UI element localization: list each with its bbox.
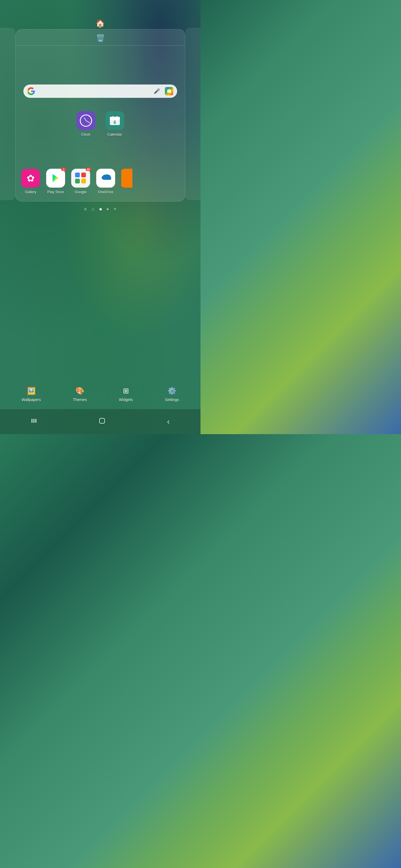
svg-rect-5 (112, 116, 113, 118)
app-item-calendar[interactable]: 6 Calendar (106, 111, 124, 136)
app-item-onedrive[interactable]: OneDrive (96, 169, 115, 194)
page-indicators: ≡ ⌂ + (84, 206, 116, 212)
recent-apps-icon (31, 418, 37, 424)
settings-icon: ⚙️ (167, 386, 176, 395)
home-button[interactable] (99, 417, 106, 426)
clock-icon[interactable] (77, 111, 95, 130)
menu-item-themes[interactable]: 🎨 Themes (73, 386, 87, 402)
onedrive-icon[interactable] (96, 169, 115, 188)
page-dot-inactive (107, 208, 109, 210)
svg-rect-11 (99, 418, 105, 423)
onedrive-label: OneDrive (98, 190, 113, 194)
trash-icon[interactable]: 🗑️ (96, 34, 105, 42)
flower-icon: ✿ (27, 173, 34, 184)
wallpapers-icon: 🖼️ (27, 386, 36, 395)
bottom-menu: 🖼️ Wallpapers 🎨 Themes ⊞ Widgets ⚙️ Sett… (0, 382, 200, 406)
google-cell-red (81, 173, 86, 177)
home-nav-icon (99, 417, 106, 424)
google-cell-green (75, 179, 80, 183)
lines-indicator-icon: ≡ (84, 207, 86, 212)
app-item-mystery[interactable] (121, 169, 132, 194)
nav-bar: ‹ (0, 409, 200, 434)
svg-rect-9 (33, 419, 34, 423)
home-icon-top: 🏠 (95, 19, 105, 28)
calendar-svg: 6 (109, 115, 121, 127)
svg-text:6: 6 (113, 120, 116, 125)
svg-rect-10 (35, 419, 36, 423)
gallery-label: Gallery (25, 190, 36, 194)
google-cell-blue (75, 173, 80, 177)
wallpapers-label: Wallpapers (21, 398, 41, 402)
camera-lens-icon[interactable] (165, 87, 173, 95)
menu-item-wallpapers[interactable]: 🖼️ Wallpapers (21, 386, 41, 402)
microphone-icon[interactable]: 🎤 (154, 88, 160, 94)
trash-area[interactable]: 🗑️ (16, 29, 185, 45)
clock-label: Clock (81, 132, 90, 136)
menu-item-settings[interactable]: ⚙️ Settings (165, 386, 179, 402)
playstore-label: Play Store (47, 190, 64, 194)
themes-icon: 🎨 (75, 386, 84, 395)
menu-item-widgets[interactable]: ⊞ Widgets (119, 386, 133, 402)
google-badge: 62 (86, 167, 91, 171)
google-grid (75, 173, 86, 184)
svg-point-0 (168, 90, 170, 92)
google-label: Google (75, 190, 86, 194)
google-icon[interactable]: 62 (71, 169, 90, 188)
calendar-label: Calendar (107, 132, 122, 136)
gallery-icon[interactable]: ✿ (21, 169, 40, 188)
calendar-icon[interactable]: 6 (106, 111, 124, 130)
home-indicator-icon: ⌂ (92, 207, 94, 212)
side-panel-left[interactable] (0, 28, 15, 200)
add-page-icon[interactable]: + (113, 206, 116, 212)
playstore-icon[interactable]: 1 (46, 169, 65, 188)
app-item-playstore[interactable]: 1 Play Store (46, 169, 65, 194)
app-item-google[interactable]: 62 Google (71, 169, 90, 194)
svg-rect-6 (116, 116, 117, 118)
clock-hour-hand (84, 117, 86, 121)
apps-row-main: Clock 6 Calendar (16, 105, 185, 142)
svg-rect-8 (31, 419, 32, 423)
search-bar[interactable]: 🎤 (23, 85, 177, 98)
app-item-clock[interactable]: Clock (77, 111, 95, 136)
onedrive-svg (100, 174, 111, 182)
widgets-label: Widgets (119, 398, 133, 402)
page-dot-active (99, 208, 102, 210)
main-card: 🗑️ 🎤 (15, 29, 185, 202)
themes-label: Themes (73, 398, 87, 402)
app-item-gallery[interactable]: ✿ Gallery (21, 169, 40, 194)
back-button[interactable]: ‹ (167, 417, 170, 426)
screen: 🏠 🗑️ 🎤 (0, 0, 200, 434)
google-logo (27, 87, 35, 95)
mystery-icon[interactable] (121, 169, 132, 188)
recent-apps-button[interactable] (31, 418, 37, 426)
svg-marker-7 (53, 174, 59, 182)
playstore-svg (50, 173, 61, 183)
playstore-badge: 1 (61, 167, 66, 171)
widgets-icon: ⊞ (123, 386, 129, 395)
side-panel-right[interactable] (185, 28, 200, 200)
google-cell-yellow (81, 179, 86, 183)
clock-minute-hand (86, 120, 90, 123)
clock-face (80, 115, 92, 127)
apps-row-dock: ✿ Gallery 1 (16, 169, 185, 194)
settings-label: Settings (165, 398, 179, 402)
